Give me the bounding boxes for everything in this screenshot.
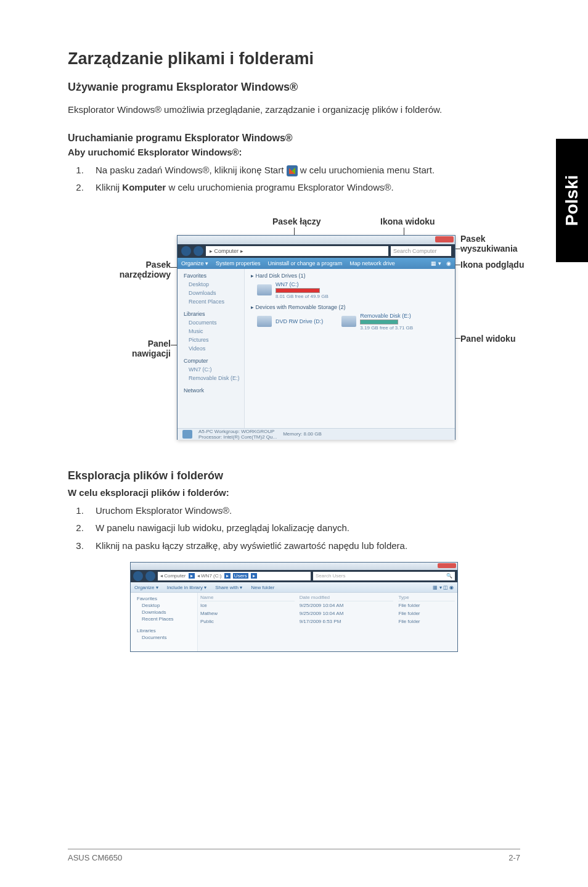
fig2-nav-favorites[interactable]: Favorites bbox=[133, 595, 195, 602]
fig2-nav-desktop[interactable]: Desktop bbox=[133, 602, 195, 609]
drive-removable[interactable]: Removable Disk (E:) 3.19 GB free of 3.71… bbox=[341, 313, 413, 331]
hdd-icon bbox=[257, 284, 272, 295]
group-hdd[interactable]: ▸ Hard Disk Drives (1) bbox=[251, 273, 449, 279]
organize-button[interactable]: Organize ▾ bbox=[181, 260, 208, 266]
nav-removable[interactable]: Removable Disk (E:) bbox=[180, 374, 242, 382]
close-icon[interactable] bbox=[435, 236, 454, 242]
fig2-include-button[interactable]: Include in library ▾ bbox=[167, 585, 206, 590]
label-view-icon: Ikona widoku bbox=[380, 217, 435, 226]
row-name-2[interactable]: Public bbox=[200, 617, 295, 625]
section-using-explorer: Używanie programu Eksplorator Windows® bbox=[68, 81, 520, 94]
nav-back-icon[interactable] bbox=[181, 246, 191, 256]
explorer-figure: Pasek łączy Ikona widoku Paseknarzędziow… bbox=[97, 210, 491, 445]
drive-hdd[interactable]: WN7 (C:) 8.01 GB free of 49.9 GB bbox=[257, 281, 449, 299]
group-removable[interactable]: ▸ Devices with Removable Storage (2) bbox=[251, 304, 449, 310]
col-name[interactable]: Name bbox=[200, 594, 295, 601]
fig2-share-button[interactable]: Share with ▾ bbox=[215, 585, 242, 590]
start-button-icon bbox=[287, 165, 298, 176]
to-explore: W celu eksploracji plików i folderów: bbox=[68, 487, 520, 498]
removable-icon bbox=[341, 316, 356, 327]
page-title: Zarządzanie plikami i folderami bbox=[68, 49, 520, 68]
fig2-search-input[interactable]: Search Users🔍 bbox=[313, 572, 455, 580]
search-input[interactable]: Search Computer bbox=[391, 246, 451, 256]
nav-downloads[interactable]: Downloads bbox=[180, 289, 242, 297]
breadcrumb-figure: ◂ Computer ▸ ◂ WN7 (C:) ▸ Users ▸ Search… bbox=[130, 562, 458, 652]
fig2-organize-button[interactable]: Organize ▾ bbox=[134, 585, 158, 590]
explore-step-1: Uruchom Eksplorator Windows®. bbox=[86, 504, 520, 518]
search-icon[interactable]: 🔍 bbox=[446, 572, 452, 580]
label-navigation-panel: Panelnawigacji bbox=[132, 339, 171, 358]
titlebar bbox=[178, 236, 455, 244]
navigation-panel: Favorites Desktop Downloads Recent Place… bbox=[178, 269, 245, 428]
nav-videos[interactable]: Videos bbox=[180, 344, 242, 353]
fig2-nav-libraries[interactable]: Libraries bbox=[133, 627, 195, 634]
fig2-back-icon[interactable] bbox=[133, 571, 143, 581]
fig2-breadcrumb[interactable]: ◂ Computer ▸ ◂ WN7 (C:) ▸ Users ▸ bbox=[158, 572, 311, 580]
nav-wn7c[interactable]: WN7 (C:) bbox=[180, 365, 242, 374]
explore-step-2: W panelu nawigacji lub widoku, przegląda… bbox=[86, 521, 520, 535]
nav-forward-icon[interactable] bbox=[194, 246, 203, 256]
fig2-toolbar: Organize ▾ Include in library ▾ Share wi… bbox=[131, 582, 457, 593]
row-type-1: File folder bbox=[398, 609, 455, 617]
nav-computer[interactable]: Computer bbox=[180, 357, 242, 365]
fig2-nav-downloads[interactable]: Downloads bbox=[133, 609, 195, 616]
fig2-newfolder-button[interactable]: New folder bbox=[251, 585, 274, 590]
row-name-1[interactable]: Mathew bbox=[200, 609, 295, 617]
fig2-titlebar bbox=[131, 563, 457, 570]
nav-favorites[interactable]: Favorites bbox=[180, 271, 242, 280]
col-type[interactable]: Type bbox=[398, 594, 455, 601]
breadcrumb-arrow-icon[interactable]: ▸ bbox=[189, 573, 195, 579]
label-search-bar: Pasekwyszukiwania bbox=[460, 234, 518, 254]
nav-recent[interactable]: Recent Places bbox=[180, 297, 242, 306]
explorer-window: ▸ Computer ▸ Search Computer Organize ▾ … bbox=[177, 235, 455, 440]
launch-step-2: Kliknij Komputer w celu uruchomienia pro… bbox=[86, 181, 520, 195]
nav-music[interactable]: Music bbox=[180, 327, 242, 336]
status-bar: A5-PC Workgroup: WORKGROUP Processor: In… bbox=[178, 428, 455, 440]
label-breadcrumb-bar: Pasek łączy bbox=[272, 217, 321, 226]
row-date-1: 9/25/2009 10:04 AM bbox=[300, 609, 394, 617]
breadcrumb-arrow-icon[interactable]: ▸ bbox=[224, 573, 231, 579]
fig2-close-icon[interactable] bbox=[438, 563, 456, 568]
intro-text: Eksplorator Windows® umożliwia przegląda… bbox=[68, 103, 520, 117]
address-bar: ▸ Computer ▸ Search Computer bbox=[178, 244, 455, 258]
col-date[interactable]: Date modified bbox=[300, 594, 394, 601]
fig2-address-bar: ◂ Computer ▸ ◂ WN7 (C:) ▸ Users ▸ Search… bbox=[131, 570, 457, 582]
section-exploring: Eksploracja plików i folderów bbox=[68, 469, 520, 482]
fig2-forward-icon[interactable] bbox=[145, 571, 155, 581]
footer-left: ASUS CM6650 bbox=[68, 853, 122, 862]
breadcrumb[interactable]: ▸ Computer ▸ bbox=[206, 246, 388, 256]
launch-step-1: Na pasku zadań Windows®, kliknij ikonę S… bbox=[86, 163, 520, 178]
label-view-panel: Panel widoku bbox=[460, 334, 515, 344]
nav-desktop[interactable]: Desktop bbox=[180, 280, 242, 289]
help-icon[interactable]: ◉ bbox=[446, 260, 451, 266]
fig2-nav: Favorites Desktop Downloads Recent Place… bbox=[131, 593, 198, 651]
nav-network[interactable]: Network bbox=[180, 386, 242, 395]
row-type-2: File folder bbox=[398, 617, 455, 625]
nav-documents[interactable]: Documents bbox=[180, 318, 242, 327]
row-name-0[interactable]: Ice bbox=[200, 601, 295, 609]
label-toolbar: Paseknarzędziowy bbox=[120, 260, 171, 279]
view-mode-icon[interactable]: ▦ ▾ bbox=[431, 260, 441, 266]
fig2-nav-documents[interactable]: Documents bbox=[133, 634, 195, 641]
row-date-0: 9/25/2009 10:04 AM bbox=[300, 601, 394, 609]
row-type-0: File folder bbox=[398, 601, 455, 609]
nav-pictures[interactable]: Pictures bbox=[180, 336, 242, 344]
map-drive-button[interactable]: Map network drive bbox=[349, 260, 395, 266]
fig2-nav-recent[interactable]: Recent Places bbox=[133, 616, 195, 622]
drive-dvd[interactable]: DVD RW Drive (D:) bbox=[257, 313, 323, 331]
fig2-content: Name Ice Mathew Public Date modified 9/2… bbox=[198, 593, 457, 651]
fig2-view-icons[interactable]: ▦ ▾ ◫ ◉ bbox=[433, 585, 454, 590]
toolbar: Organize ▾ System properties Uninstall o… bbox=[178, 258, 455, 269]
nav-libraries[interactable]: Libraries bbox=[180, 310, 242, 318]
row-date-2: 9/17/2009 6:53 PM bbox=[300, 617, 394, 625]
system-properties-button[interactable]: System properties bbox=[216, 260, 261, 266]
breadcrumb-arrow-icon[interactable]: ▸ bbox=[251, 573, 257, 579]
label-preview-icon: Ikona podglądu bbox=[460, 260, 524, 270]
section-launching-explorer: Uruchamianie programu Eksplorator Window… bbox=[68, 133, 520, 144]
uninstall-button[interactable]: Uninstall or change a program bbox=[268, 260, 343, 266]
explore-step-3: Kliknij na pasku łączy strzałkę, aby wyś… bbox=[86, 539, 520, 553]
to-launch-explorer: Aby uruchomić Eksplorator Windows®: bbox=[68, 147, 520, 157]
dvd-icon bbox=[257, 316, 272, 327]
page-footer: ASUS CM6650 2-7 bbox=[68, 849, 520, 862]
footer-right: 2-7 bbox=[508, 853, 520, 862]
